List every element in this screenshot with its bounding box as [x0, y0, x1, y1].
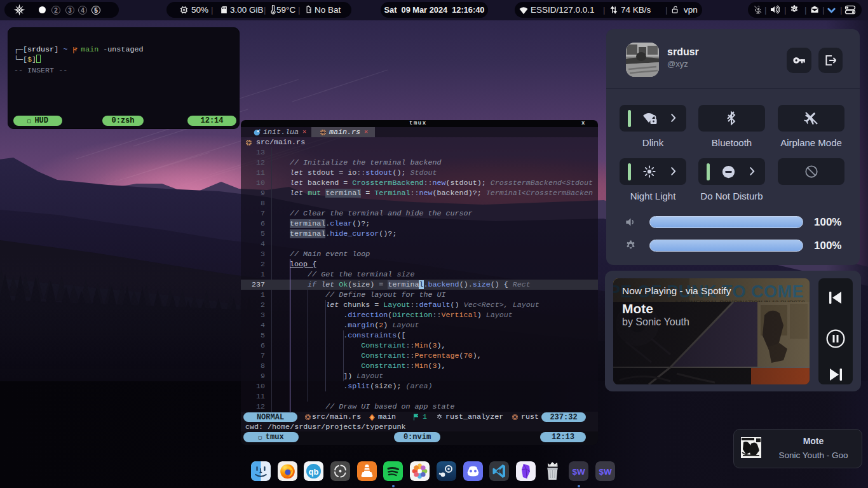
svg-text:$W: $W — [599, 467, 612, 477]
svg-text:qb: qb — [309, 467, 319, 477]
svg-text:$W: $W — [572, 467, 585, 477]
